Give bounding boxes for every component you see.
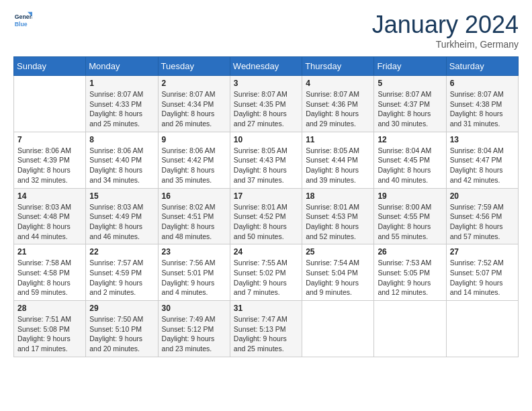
- calendar-cell: 2Sunrise: 8:07 AM Sunset: 4:34 PM Daylig…: [158, 76, 230, 132]
- day-info: Sunrise: 7:59 AM Sunset: 4:56 PM Dayligh…: [450, 202, 515, 242]
- day-number: 1: [89, 79, 154, 88]
- day-number: 24: [234, 247, 298, 257]
- day-info: Sunrise: 7:54 AM Sunset: 5:04 PM Dayligh…: [306, 258, 370, 298]
- week-row-4: 21Sunrise: 7:58 AM Sunset: 4:58 PM Dayli…: [14, 244, 519, 301]
- day-info: Sunrise: 8:04 AM Sunset: 4:45 PM Dayligh…: [378, 146, 442, 185]
- day-number: 10: [234, 135, 298, 144]
- calendar-header: SundayMondayTuesdayWednesdayThursdayFrid…: [14, 57, 519, 76]
- day-number: 14: [17, 191, 82, 201]
- logo: General Blue: [13, 11, 32, 30]
- day-info: Sunrise: 8:03 AM Sunset: 4:48 PM Dayligh…: [17, 202, 82, 242]
- calendar-cell: 28Sunrise: 7:51 AM Sunset: 5:08 PM Dayli…: [14, 301, 86, 357]
- day-info: Sunrise: 7:57 AM Sunset: 4:59 PM Dayligh…: [89, 258, 154, 298]
- day-number: 30: [162, 304, 226, 313]
- day-number: 4: [306, 79, 370, 88]
- day-number: 9: [162, 135, 226, 144]
- day-info: Sunrise: 7:50 AM Sunset: 5:10 PM Dayligh…: [89, 314, 154, 354]
- day-number: 7: [17, 135, 82, 144]
- calendar-cell: 29Sunrise: 7:50 AM Sunset: 5:10 PM Dayli…: [86, 301, 158, 357]
- day-number: 2: [162, 79, 226, 88]
- calendar-cell: 27Sunrise: 7:52 AM Sunset: 5:07 PM Dayli…: [446, 244, 518, 301]
- calendar-cell: 16Sunrise: 8:02 AM Sunset: 4:51 PM Dayli…: [158, 188, 230, 244]
- week-row-1: 1Sunrise: 8:07 AM Sunset: 4:33 PM Daylig…: [14, 76, 519, 132]
- calendar-cell: 7Sunrise: 8:06 AM Sunset: 4:39 PM Daylig…: [14, 132, 86, 188]
- calendar-cell: 4Sunrise: 8:07 AM Sunset: 4:36 PM Daylig…: [302, 76, 374, 132]
- day-info: Sunrise: 7:47 AM Sunset: 5:13 PM Dayligh…: [234, 314, 298, 354]
- calendar-cell: 23Sunrise: 7:56 AM Sunset: 5:01 PM Dayli…: [158, 244, 230, 301]
- day-number: 17: [234, 191, 298, 201]
- day-info: Sunrise: 7:52 AM Sunset: 5:07 PM Dayligh…: [450, 258, 515, 298]
- day-number: 12: [378, 135, 442, 144]
- calendar-cell: 20Sunrise: 7:59 AM Sunset: 4:56 PM Dayli…: [446, 188, 518, 244]
- day-number: 25: [306, 247, 370, 257]
- calendar-cell: 22Sunrise: 7:57 AM Sunset: 4:59 PM Dayli…: [86, 244, 158, 301]
- calendar-cell: [302, 301, 374, 357]
- day-number: 15: [89, 191, 154, 201]
- calendar-cell: 11Sunrise: 8:05 AM Sunset: 4:44 PM Dayli…: [302, 132, 374, 188]
- day-info: Sunrise: 8:07 AM Sunset: 4:33 PM Dayligh…: [89, 89, 154, 129]
- day-number: 18: [306, 191, 370, 201]
- calendar-cell: [14, 76, 86, 132]
- calendar-cell: 12Sunrise: 8:04 AM Sunset: 4:45 PM Dayli…: [374, 132, 446, 188]
- day-info: Sunrise: 8:03 AM Sunset: 4:49 PM Dayligh…: [89, 202, 154, 242]
- header-cell-friday: Friday: [374, 57, 446, 76]
- week-row-2: 7Sunrise: 8:06 AM Sunset: 4:39 PM Daylig…: [14, 132, 519, 188]
- day-info: Sunrise: 8:05 AM Sunset: 4:44 PM Dayligh…: [306, 146, 370, 185]
- day-info: Sunrise: 8:01 AM Sunset: 4:53 PM Dayligh…: [306, 202, 370, 242]
- day-info: Sunrise: 8:07 AM Sunset: 4:38 PM Dayligh…: [450, 89, 515, 129]
- day-info: Sunrise: 8:07 AM Sunset: 4:36 PM Dayligh…: [306, 89, 370, 129]
- day-number: 13: [450, 135, 515, 144]
- calendar-cell: 31Sunrise: 7:47 AM Sunset: 5:13 PM Dayli…: [230, 301, 302, 357]
- calendar-cell: 13Sunrise: 8:04 AM Sunset: 4:47 PM Dayli…: [446, 132, 518, 188]
- calendar-cell: 25Sunrise: 7:54 AM Sunset: 5:04 PM Dayli…: [302, 244, 374, 301]
- header-row: SundayMondayTuesdayWednesdayThursdayFrid…: [14, 57, 519, 76]
- day-info: Sunrise: 8:06 AM Sunset: 4:42 PM Dayligh…: [162, 146, 226, 185]
- day-number: 26: [378, 247, 442, 257]
- day-number: 20: [450, 191, 515, 201]
- day-info: Sunrise: 8:06 AM Sunset: 4:39 PM Dayligh…: [17, 146, 82, 185]
- header-cell-monday: Monday: [86, 57, 158, 76]
- day-info: Sunrise: 7:58 AM Sunset: 4:58 PM Dayligh…: [17, 258, 82, 298]
- day-number: 5: [378, 79, 442, 88]
- day-info: Sunrise: 8:04 AM Sunset: 4:47 PM Dayligh…: [450, 146, 515, 185]
- calendar-cell: 8Sunrise: 8:06 AM Sunset: 4:40 PM Daylig…: [86, 132, 158, 188]
- calendar-cell: 17Sunrise: 8:01 AM Sunset: 4:52 PM Dayli…: [230, 188, 302, 244]
- calendar-cell: 30Sunrise: 7:49 AM Sunset: 5:12 PM Dayli…: [158, 301, 230, 357]
- day-info: Sunrise: 8:07 AM Sunset: 4:34 PM Dayligh…: [162, 89, 226, 129]
- calendar-cell: 26Sunrise: 7:53 AM Sunset: 5:05 PM Dayli…: [374, 244, 446, 301]
- day-number: 31: [234, 304, 298, 313]
- calendar-cell: 9Sunrise: 8:06 AM Sunset: 4:42 PM Daylig…: [158, 132, 230, 188]
- header-cell-wednesday: Wednesday: [230, 57, 302, 76]
- calendar-cell: 19Sunrise: 8:00 AM Sunset: 4:55 PM Dayli…: [374, 188, 446, 244]
- day-number: 11: [306, 135, 370, 144]
- day-number: 22: [89, 247, 154, 257]
- day-number: 21: [17, 247, 82, 257]
- day-number: 23: [162, 247, 226, 257]
- day-info: Sunrise: 7:53 AM Sunset: 5:05 PM Dayligh…: [378, 258, 442, 298]
- calendar-cell: 3Sunrise: 8:07 AM Sunset: 4:35 PM Daylig…: [230, 76, 302, 132]
- day-number: 16: [162, 191, 226, 201]
- day-number: 28: [17, 304, 82, 313]
- calendar-cell: 5Sunrise: 8:07 AM Sunset: 4:37 PM Daylig…: [374, 76, 446, 132]
- week-row-5: 28Sunrise: 7:51 AM Sunset: 5:08 PM Dayli…: [14, 301, 519, 357]
- header-cell-saturday: Saturday: [446, 57, 518, 76]
- svg-text:General: General: [15, 13, 32, 20]
- header-cell-tuesday: Tuesday: [158, 57, 230, 76]
- month-title: January 2024: [372, 11, 519, 39]
- calendar-cell: 18Sunrise: 8:01 AM Sunset: 4:53 PM Dayli…: [302, 188, 374, 244]
- calendar-cell: [374, 301, 446, 357]
- day-info: Sunrise: 8:07 AM Sunset: 4:37 PM Dayligh…: [378, 89, 442, 129]
- calendar-cell: [446, 301, 518, 357]
- day-number: 8: [89, 135, 154, 144]
- day-info: Sunrise: 7:56 AM Sunset: 5:01 PM Dayligh…: [162, 258, 226, 298]
- day-number: 3: [234, 79, 298, 88]
- calendar-cell: 10Sunrise: 8:05 AM Sunset: 4:43 PM Dayli…: [230, 132, 302, 188]
- day-info: Sunrise: 8:02 AM Sunset: 4:51 PM Dayligh…: [162, 202, 226, 242]
- title-block: January 2024 Turkheim, Germany: [372, 11, 519, 50]
- week-row-3: 14Sunrise: 8:03 AM Sunset: 4:48 PM Dayli…: [14, 188, 519, 244]
- day-number: 27: [450, 247, 515, 257]
- calendar-table: SundayMondayTuesdayWednesdayThursdayFrid…: [13, 56, 519, 357]
- calendar-cell: 24Sunrise: 7:55 AM Sunset: 5:02 PM Dayli…: [230, 244, 302, 301]
- calendar-body: 1Sunrise: 8:07 AM Sunset: 4:33 PM Daylig…: [14, 76, 519, 357]
- calendar-cell: 6Sunrise: 8:07 AM Sunset: 4:38 PM Daylig…: [446, 76, 518, 132]
